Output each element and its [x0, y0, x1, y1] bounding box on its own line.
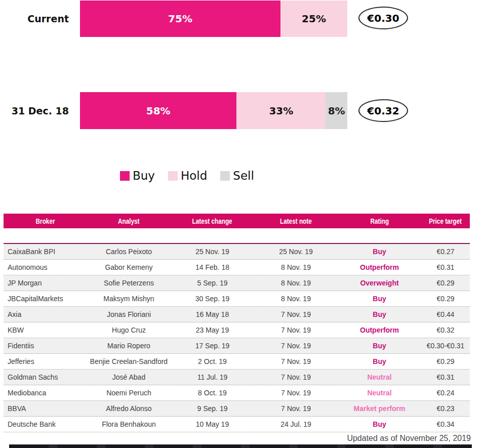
- price-target-cell: €0.30-€0.31: [421, 342, 470, 350]
- rating-cell: Neutral: [338, 373, 421, 381]
- latest-note-cell: 7 Nov. 19: [254, 389, 338, 397]
- price-target-cell: €0.29: [421, 295, 470, 303]
- analyst-cell: Gabor Kemeny: [87, 263, 171, 271]
- analyst-cell: Hugo Cruz: [87, 326, 171, 334]
- bar-segment-buy: 75%: [80, 1, 280, 37]
- latest-note-cell: 7 Nov. 19: [254, 310, 338, 318]
- legend-label: Sell: [233, 169, 254, 182]
- latest-note-cell: 7 Nov. 19: [254, 357, 338, 365]
- price-target-cell: €0.29: [421, 279, 470, 287]
- bar-segment-hold: 25%: [280, 1, 347, 37]
- broker-cell: JBCapitalMarkets: [4, 295, 87, 303]
- rating-cell: Buy: [338, 310, 421, 318]
- price-target-cell: €0.44: [421, 310, 470, 318]
- analyst-cell: Noemi Peruch: [87, 389, 171, 397]
- latest-note-cell: 7 Nov. 19: [254, 326, 338, 334]
- stacked-bar-dec18: 58%33%8%: [80, 92, 347, 129]
- table-row: Mediobanca Noemi Peruch 8 Oct. 19 7 Nov.…: [4, 385, 470, 401]
- table-row: Jefferies Benjie Creelan-Sandford 2 Oct.…: [4, 354, 470, 370]
- col-header-broker: Broker: [4, 217, 87, 225]
- broker-cell: Deutsche Bank: [4, 420, 87, 428]
- rating-cell: Buy: [338, 420, 421, 428]
- latest-change-cell: 9 Sep. 19: [171, 404, 254, 413]
- table-row: JP Morgan Sofie Peterzens 5 Sep. 19 8 No…: [4, 275, 470, 291]
- legend-item-hold: Hold: [168, 169, 207, 182]
- analyst-coverage-panel: Current 75%25% €0.30 31 Dec. 18 58%33%8%…: [0, 0, 485, 448]
- latest-change-cell: 25 Nov. 19: [171, 248, 254, 256]
- latest-note-cell: 8 Nov. 19: [254, 295, 338, 303]
- broker-cell: Autonomous: [4, 263, 87, 271]
- stacked-bar-current: 75%25%: [80, 1, 347, 37]
- col-header-latest-change: Latest change: [171, 217, 254, 225]
- buy-swatch-icon: [120, 171, 130, 181]
- rating-cell: Overweight: [338, 279, 421, 287]
- table-body: CaixaBank BPI Carlos Peixoto 25 Nov. 19 …: [4, 244, 470, 432]
- price-target-ellipse-current: €0.30: [358, 7, 408, 29]
- rating-cell: Market perform: [338, 404, 421, 413]
- analyst-cell: Benjie Creelan-Sandford: [87, 357, 171, 365]
- table-row: KBW Hugo Cruz 23 May 19 7 Nov. 19 Outper…: [4, 322, 470, 338]
- analyst-cell: Flora Benhakoun: [87, 420, 171, 428]
- hold-swatch-icon: [168, 171, 178, 181]
- broker-cell: Jefferies: [4, 357, 87, 365]
- col-header-latest-note: Latest note: [254, 217, 338, 225]
- broker-cell: KBW: [4, 326, 87, 334]
- table-row: Autonomous Gabor Kemeny 14 Feb. 18 8 Nov…: [4, 260, 470, 275]
- bar-label-current: Current: [0, 1, 69, 37]
- latest-note-cell: 7 Nov. 19: [254, 373, 338, 381]
- consensus-bar-row-current: Current 75%25% €0.30: [0, 1, 485, 37]
- latest-note-cell: 8 Nov. 19: [254, 279, 338, 287]
- latest-note-cell: 7 Nov. 19: [254, 404, 338, 413]
- analyst-cell: Maksym Mishyn: [87, 295, 171, 303]
- latest-change-cell: 2 Oct. 19: [171, 357, 254, 365]
- price-target-ellipse-dec18: €0.32: [358, 99, 408, 122]
- price-target-cell: €0.34: [421, 420, 470, 428]
- latest-change-cell: 30 Sep. 19: [171, 295, 254, 303]
- updated-as-of-text: Updated as of November 25, 2019: [0, 434, 471, 443]
- broker-cell: Mediobanca: [4, 389, 87, 397]
- legend-label: Hold: [181, 169, 207, 182]
- analyst-cell: Carlos Peixoto: [87, 248, 171, 256]
- rating-cell: Buy: [338, 248, 421, 256]
- price-target-value: €0.30: [367, 12, 399, 24]
- broker-cell: Axia: [4, 310, 87, 318]
- broker-ratings-table: Broker Analyst Latest change Latest note…: [4, 214, 470, 432]
- legend-item-sell: Sell: [220, 169, 254, 182]
- table-row: CaixaBank BPI Carlos Peixoto 25 Nov. 19 …: [4, 244, 470, 260]
- latest-note-cell: 25 Nov. 19: [254, 248, 338, 256]
- price-target-cell: €0.31: [421, 373, 470, 381]
- price-target-cell: €0.31: [421, 263, 470, 271]
- col-header-analyst: Analyst: [87, 217, 171, 225]
- table-row: JBCapitalMarkets Maksym Mishyn 30 Sep. 1…: [4, 291, 470, 307]
- broker-cell: JP Morgan: [4, 279, 87, 287]
- latest-note-cell: 24 Jul. 19: [254, 420, 338, 428]
- price-target-value: €0.32: [367, 105, 399, 117]
- legend-item-buy: Buy: [120, 169, 155, 182]
- rating-cell: Neutral: [338, 389, 421, 397]
- analyst-cell: José Abad: [87, 373, 171, 381]
- table-header-row: Broker Analyst Latest change Latest note…: [4, 214, 470, 228]
- rating-cell: Outperform: [338, 263, 421, 271]
- col-header-price-target: Price target: [421, 217, 470, 225]
- analyst-cell: Mario Ropero: [87, 342, 171, 350]
- broker-cell: Goldman Sachs: [4, 373, 87, 381]
- analyst-cell: Sofie Peterzens: [87, 279, 171, 287]
- table-row: BBVA Alfredo Alonso 9 Sep. 19 7 Nov. 19 …: [4, 401, 470, 417]
- latest-change-cell: 10 May 19: [171, 420, 254, 428]
- rating-cell: Buy: [338, 342, 421, 350]
- col-header-rating: Rating: [338, 217, 421, 225]
- broker-cell: BBVA: [4, 404, 87, 413]
- bottom-bar: [9, 444, 472, 448]
- bar-segment-sell: 8%: [326, 92, 347, 129]
- latest-note-cell: 7 Nov. 19: [254, 342, 338, 350]
- latest-change-cell: 11 Jul. 19: [171, 373, 254, 381]
- table-row: Goldman Sachs José Abad 11 Jul. 19 7 Nov…: [4, 370, 470, 385]
- latest-change-cell: 17 Sep. 19: [171, 342, 254, 350]
- price-target-cell: €0.32: [421, 326, 470, 334]
- chart-legend: Buy Hold Sell: [120, 169, 254, 182]
- latest-change-cell: 14 Feb. 18: [171, 263, 254, 271]
- table-row: Fidentiis Mario Ropero 17 Sep. 19 7 Nov.…: [4, 338, 470, 354]
- latest-change-cell: 8 Oct. 19: [171, 389, 254, 397]
- price-target-cell: €0.24: [421, 389, 470, 397]
- price-target-cell: €0.29: [421, 357, 470, 365]
